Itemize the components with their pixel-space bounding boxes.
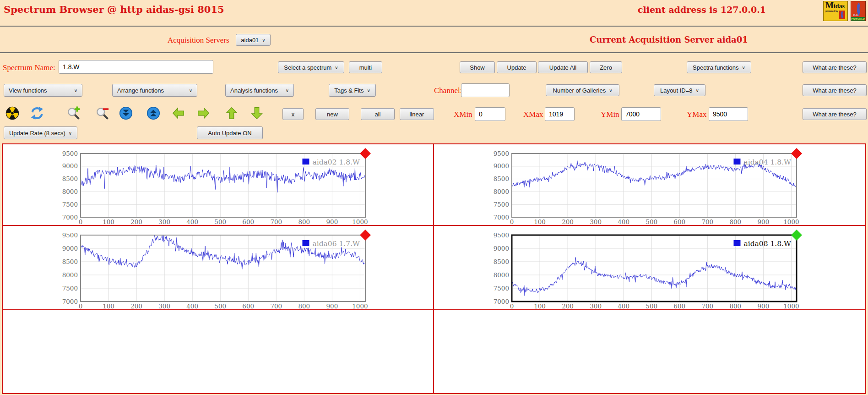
svg-text:100: 100 [103, 302, 114, 309]
svg-text:900: 900 [757, 302, 769, 309]
spectrum-chart-aida04[interactable]: 7000750080008500900095000100200300400500… [434, 144, 865, 225]
xmax-input[interactable] [545, 107, 575, 121]
svg-text:800: 800 [298, 302, 310, 309]
acquisition-server-select[interactable]: aida01∨ [236, 34, 271, 46]
gallery-cell-empty[interactable] [434, 310, 865, 393]
divider [0, 52, 868, 53]
gallery-cell-aida06[interactable]: 7000750080008500900095000100200300400500… [3, 226, 434, 310]
svg-text:9500: 9500 [62, 231, 78, 239]
number-of-galleries-dropdown[interactable]: Number of Galleries∨ [546, 84, 619, 96]
svg-text:700: 700 [701, 302, 713, 309]
svg-text:8500: 8500 [494, 258, 509, 265]
svg-text:0: 0 [79, 302, 83, 309]
svg-text:1000: 1000 [783, 218, 799, 225]
chart-legend: aida02 1.8.W [312, 158, 360, 166]
svg-text:800: 800 [298, 218, 310, 225]
update-button[interactable]: Update [497, 61, 537, 73]
spectrum-name-label: Spectrum Name: [3, 63, 55, 72]
spectrum-name-input[interactable] [59, 60, 213, 74]
svg-text:300: 300 [158, 218, 170, 225]
gallery-cell-aida08[interactable]: 7000750080008500900095000100200300400500… [434, 226, 865, 310]
zoom-out-icon[interactable] [95, 106, 109, 120]
view-functions-dropdown[interactable]: View functions∨ [4, 84, 82, 97]
status-diamond-red [791, 148, 802, 159]
svg-text:900: 900 [326, 302, 338, 309]
what-are-these-button[interactable]: What are these? [803, 84, 867, 96]
svg-text:100: 100 [534, 302, 546, 309]
svg-text:200: 200 [130, 218, 142, 225]
svg-text:0: 0 [79, 218, 83, 225]
svg-text:8500: 8500 [62, 175, 78, 182]
update-rate-dropdown[interactable]: Update Rate (8 secs)∨ [4, 126, 77, 139]
chevron-down-icon: ∨ [367, 88, 370, 93]
gallery-cell-empty[interactable] [3, 310, 434, 393]
auto-update-button[interactable]: Auto Update ON [197, 126, 263, 139]
chevron-down-icon: ∨ [286, 88, 289, 93]
divider [0, 26, 868, 27]
svg-text:7500: 7500 [62, 285, 78, 292]
xmin-label: XMin [454, 110, 472, 119]
new-button[interactable]: new [315, 108, 349, 120]
all-button[interactable]: all [361, 108, 395, 120]
update-rate-label: Update Rate (8 secs) [9, 130, 65, 137]
arrow-right-icon[interactable] [196, 106, 210, 120]
arrange-functions-dropdown[interactable]: Arrange functions∨ [112, 84, 197, 97]
spectrum-chart-aida08[interactable]: 7000750080008500900095000100200300400500… [434, 226, 865, 309]
gallery-cell-aida02[interactable]: 7000750080008500900095000100200300400500… [3, 144, 434, 226]
arrow-left-icon[interactable] [172, 106, 185, 120]
ymin-input[interactable] [621, 107, 661, 121]
what-are-these-button[interactable]: What are these? [803, 108, 867, 120]
update-all-button[interactable]: Update All [538, 61, 588, 73]
svg-text:800: 800 [729, 302, 741, 309]
channel-input[interactable] [461, 83, 510, 97]
spectrum-chart-aida06[interactable]: 7000750080008500900095000100200300400500… [3, 226, 433, 309]
linear-button[interactable]: linear [400, 108, 434, 120]
midas-logo[interactable]: Midas powered by [823, 1, 848, 21]
select-spectrum-dropdown[interactable]: Select a spectrum∨ [278, 61, 344, 73]
arrange-functions-label: Arrange functions [117, 87, 164, 94]
svg-text:7500: 7500 [494, 285, 509, 292]
svg-text:9500: 9500 [494, 150, 509, 157]
xmin-input[interactable] [475, 107, 505, 121]
status-diamond-green [791, 230, 802, 241]
spectra-functions-dropdown[interactable]: Spectra functions∨ [687, 61, 751, 73]
svg-text:400: 400 [618, 218, 629, 225]
svg-text:100: 100 [103, 218, 114, 225]
refresh-icon[interactable] [30, 106, 44, 120]
xmax-label: XMax [523, 110, 543, 119]
svg-text:8000: 8000 [494, 271, 509, 279]
spectrum-chart-aida02[interactable]: 7000750080008500900095000100200300400500… [3, 144, 433, 225]
acquisition-servers-label: Acquisition Servers [168, 36, 229, 45]
double-up-icon[interactable] [146, 106, 160, 120]
arrow-up-icon[interactable] [225, 106, 239, 120]
double-down-icon[interactable] [119, 106, 133, 120]
chart-legend: aida06 1.7.W [312, 240, 360, 248]
arrow-down-icon[interactable] [250, 106, 264, 120]
chevron-down-icon: ∨ [189, 88, 192, 93]
svg-text:8000: 8000 [62, 271, 78, 279]
tcl-powered-logo[interactable]: TCL POWERED [851, 1, 866, 21]
page-title: Spectrum Browser @ http aidas-gsi 8015 [4, 4, 224, 15]
ymax-label: YMax [687, 110, 706, 119]
analysis-functions-label: Analysis functions [230, 87, 278, 94]
x-axis-button[interactable]: x [282, 108, 304, 120]
analysis-functions-dropdown[interactable]: Analysis functions∨ [225, 84, 294, 97]
svg-text:400: 400 [186, 218, 198, 225]
ymax-input[interactable] [709, 107, 748, 121]
svg-text:600: 600 [673, 302, 685, 309]
svg-text:1000: 1000 [352, 218, 368, 225]
tags-fits-dropdown[interactable]: Tags & Fits∨ [329, 84, 376, 97]
zero-button[interactable]: Zero [590, 61, 622, 73]
svg-text:7000: 7000 [62, 214, 78, 221]
chevron-down-icon: ∨ [609, 88, 612, 93]
svg-text:1000: 1000 [352, 302, 368, 309]
svg-text:0: 0 [510, 302, 514, 309]
radiation-icon[interactable] [5, 106, 19, 120]
zoom-in-icon[interactable] [66, 106, 80, 120]
layout-id-dropdown[interactable]: Layout ID=8∨ [654, 84, 705, 96]
layout-id-label: Layout ID=8 [660, 87, 692, 94]
gallery-cell-aida04[interactable]: 7000750080008500900095000100200300400500… [434, 144, 865, 226]
multi-button[interactable]: multi [349, 61, 382, 73]
what-are-these-button[interactable]: What are these? [803, 61, 867, 73]
show-button[interactable]: Show [460, 61, 495, 73]
